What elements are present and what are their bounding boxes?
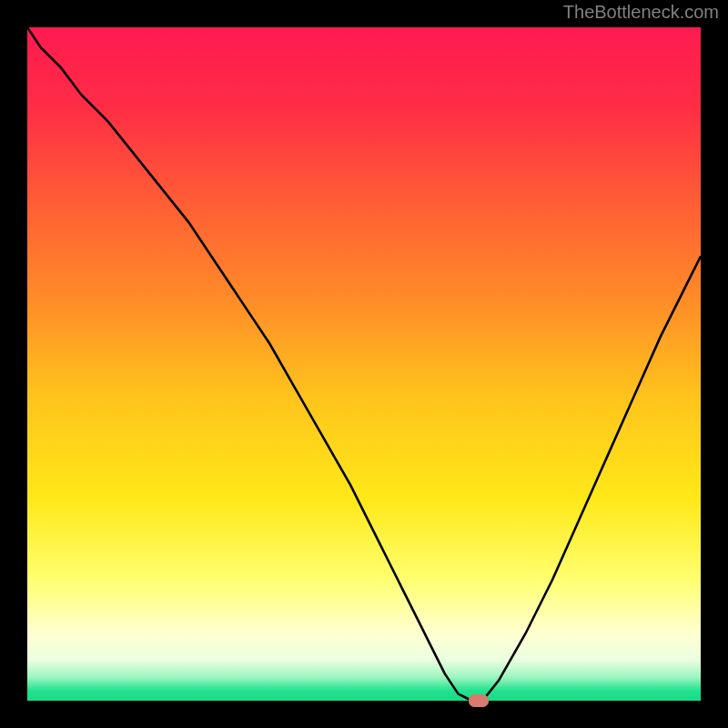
chart-frame: TheBottleneck.com — [0, 0, 728, 728]
optimal-point-marker — [469, 694, 489, 706]
bottleneck-curve-svg — [27, 27, 701, 701]
plot-area — [27, 27, 701, 701]
watermark-text: TheBottleneck.com — [563, 2, 719, 23]
bottleneck-curve — [27, 27, 701, 701]
